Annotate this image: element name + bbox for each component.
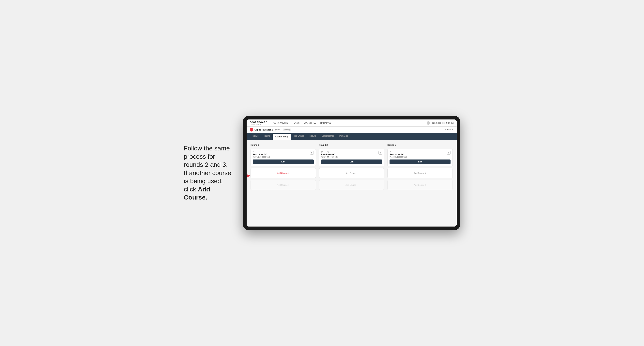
clippd-logo: C Clippd Invitational (Men) Hosting: [250, 128, 291, 132]
tab-teams[interactable]: Teams: [262, 133, 273, 140]
sign-out-link[interactable]: Sign out: [446, 122, 454, 124]
annotation-line2: process for: [184, 153, 215, 160]
nav-rankings[interactable]: RANKINGS: [320, 122, 331, 124]
round-2-add-course-empty[interactable]: Add Course +: [319, 180, 384, 190]
men-label: (Men): [275, 129, 280, 131]
tournament-name: Clippd Invitational: [254, 129, 273, 131]
course-label: (Course A): [253, 151, 270, 153]
course-card-header-3: (Course A) Peachtree GC Yellow (M) (6629…: [390, 151, 450, 158]
tab-leaderboards[interactable]: Leaderboards: [319, 133, 336, 140]
course-info: (Course A) Peachtree GC Yellow (M) (6629…: [253, 151, 270, 158]
nav-committee[interactable]: COMMITTEE: [304, 122, 316, 124]
annotation-line4: If another course: [184, 169, 231, 176]
scoreboard-logo: SCOREBOARD Powered by clippd: [250, 121, 267, 125]
logo-title: SCOREBOARD: [250, 121, 267, 123]
nav-teams[interactable]: TEAMS: [292, 122, 300, 124]
course-copy-icon-2[interactable]: ⊞: [378, 151, 382, 155]
course-name-3: Peachtree GC: [390, 153, 407, 156]
tablet-screen: SCOREBOARD Powered by clippd TOURNAMENTS…: [246, 120, 457, 226]
round-1-column: Round 1 (Course A) Peachtree GC Yellow (…: [250, 144, 316, 190]
round-2-title: Round 2: [319, 144, 384, 146]
course-info-2: (Course A) Peachtree GC Yellow (M) (6629…: [321, 151, 338, 158]
round-3-edit-button[interactable]: Edit: [390, 160, 450, 164]
round-1-add-course-empty[interactable]: Add Course +: [250, 180, 316, 190]
annotation-line3: rounds 2 and 3.: [184, 161, 228, 168]
nav-tournaments[interactable]: TOURNAMENTS: [272, 122, 288, 124]
round-3-title: Round 3: [387, 144, 453, 146]
top-nav: SCOREBOARD Powered by clippd TOURNAMENTS…: [246, 120, 457, 127]
annotation-line6: click: [184, 186, 198, 193]
logo-sub: Powered by clippd: [250, 123, 267, 125]
rounds-grid: Round 1 (Course A) Peachtree GC Yellow (…: [250, 144, 453, 190]
course-copy-icon[interactable]: ⊞: [310, 151, 314, 155]
add-course-label-r3: Add Course +: [414, 172, 426, 174]
course-name: Peachtree GC: [253, 153, 270, 156]
arrow-svg: [246, 169, 253, 181]
annotation-text: Follow the same process for rounds 2 and…: [184, 144, 235, 202]
tab-results[interactable]: Results: [307, 133, 319, 140]
add-course-label-active: Add Course +: [277, 172, 289, 174]
course-label-3: (Course A): [390, 151, 407, 153]
round-1-edit-button[interactable]: Edit: [253, 160, 314, 164]
round-1-add-course-active[interactable]: Add Course +: [250, 168, 316, 178]
main-content: Round 1 (Course A) Peachtree GC Yellow (…: [246, 140, 457, 226]
round-2-edit-button[interactable]: Edit: [321, 160, 382, 164]
clippd-c-icon: C: [250, 128, 253, 132]
course-details: Yellow (M) (6629 yds): [253, 156, 270, 158]
add-course-label-r3-empty: Add Course +: [414, 184, 426, 186]
round-3-add-course-empty[interactable]: Add Course +: [387, 180, 453, 190]
round-3-add-course-active[interactable]: Add Course +: [387, 168, 453, 178]
round-3-column: Round 3 (Course A) Peachtree GC Yellow (…: [387, 144, 453, 190]
user-avatar: [427, 121, 430, 125]
hosting-badge: Hosting: [283, 129, 291, 131]
course-details-2: Yellow (M) (6629 yds): [321, 156, 338, 158]
user-email: blair@clippd.io: [432, 122, 445, 124]
round-1-course-card: (Course A) Peachtree GC Yellow (M) (6629…: [250, 149, 316, 166]
round-2-column: Round 2 (Course A) Peachtree GC Yellow (…: [319, 144, 384, 190]
tab-course-setup[interactable]: Course Setup: [273, 134, 291, 140]
tab-details[interactable]: Details: [250, 133, 262, 140]
tab-tee-groups[interactable]: Tee Groups: [291, 133, 307, 140]
course-card-header-2: (Course A) Peachtree GC Yellow (M) (6629…: [321, 151, 382, 158]
course-card-header: (Course A) Peachtree GC Yellow (M) (6629…: [253, 151, 314, 158]
tablet-frame: SCOREBOARD Powered by clippd TOURNAMENTS…: [243, 116, 460, 230]
round-1-title: Round 1: [250, 144, 316, 146]
add-course-label-r2: Add Course +: [346, 172, 358, 174]
add-course-label-r2-empty: Add Course +: [346, 184, 358, 186]
sub-header: C Clippd Invitational (Men) Hosting Canc…: [246, 127, 457, 133]
round-2-course-card: (Course A) Peachtree GC Yellow (M) (6629…: [319, 149, 384, 166]
tab-printables[interactable]: Printables: [336, 133, 351, 140]
round-3-course-card: (Course A) Peachtree GC Yellow (M) (6629…: [387, 149, 453, 166]
course-info-3: (Course A) Peachtree GC Yellow (M) (6629…: [390, 151, 407, 158]
course-details-3: Yellow (M) (6629 yds): [390, 156, 407, 158]
course-name-2: Peachtree GC: [321, 153, 338, 156]
annotation-line1: Follow the same: [184, 145, 230, 152]
cancel-button[interactable]: Cancel ✕: [445, 129, 454, 131]
page-wrapper: Follow the same process for rounds 2 and…: [184, 116, 460, 230]
round-2-add-course-active[interactable]: Add Course +: [319, 168, 384, 178]
nav-links: TOURNAMENTS TEAMS COMMITTEE RANKINGS: [272, 122, 426, 124]
add-course-label-empty: Add Course +: [277, 184, 289, 186]
annotation-line5: is being used,: [184, 177, 223, 184]
course-label-2: (Course A): [321, 151, 338, 153]
course-copy-icon-3[interactable]: ⊞: [447, 151, 450, 155]
nav-user: blair@clippd.io Sign out: [427, 121, 454, 125]
tab-bar: Details Teams Course Setup Tee Groups Re…: [246, 133, 457, 140]
